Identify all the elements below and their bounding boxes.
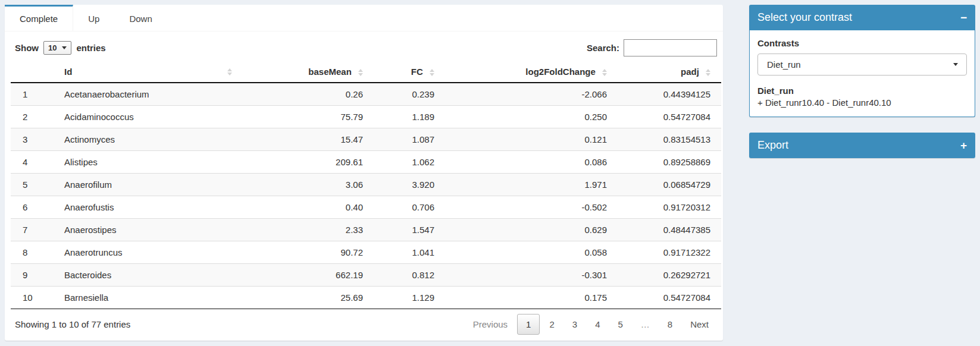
results-table: Id baseMean FC log2FoldChange padj (11, 61, 721, 309)
column-header-padj[interactable]: padj (618, 61, 721, 83)
table-row: 5Anaerofilum3.063.9201.9710.06854729 (11, 174, 721, 196)
contrast-formula: + Diet_runr10.40 - Diet_runr40.10 (757, 97, 967, 108)
log2fc-cell: 1.971 (445, 174, 618, 196)
results-tab-box: Complete Up Down Show 10 entries Search: (5, 5, 723, 341)
page-button-8[interactable]: 8 (659, 314, 681, 334)
fc-cell: 1.129 (374, 287, 445, 309)
pagination: Previous12345…8Next (464, 314, 717, 335)
column-header-id[interactable]: Id (54, 61, 237, 83)
log2fc-cell: -0.502 (445, 196, 618, 219)
basemean-cell: 15.47 (237, 128, 374, 151)
log2fc-cell: 0.250 (445, 106, 618, 128)
page-button-2[interactable]: 2 (541, 314, 562, 334)
table-row: 2Acidaminococcus75.791.1890.2500.5472708… (11, 106, 721, 128)
tab-down[interactable]: Down (114, 5, 167, 31)
table-row: 4Alistipes209.611.0620.0860.89258869 (11, 151, 721, 174)
id-cell: Bacteroides (54, 264, 237, 287)
padj-cell: 0.91720312 (618, 196, 721, 219)
id-cell: Anaerofustis (54, 196, 237, 219)
page-button-next[interactable]: Next (682, 314, 717, 334)
id-cell: Acetanaerobacterium (54, 83, 237, 106)
tab-bar: Complete Up Down (5, 5, 723, 32)
dropdown-caret-icon (62, 46, 67, 49)
contrast-panel: Select your contrast − Contrasts Diet_ru… (749, 5, 975, 117)
basemean-cell: 25.69 (237, 287, 374, 309)
id-cell: Anaerofilum (54, 174, 237, 196)
padj-cell: 0.89258869 (618, 151, 721, 174)
table-header-row: Id baseMean FC log2FoldChange padj (11, 61, 721, 83)
table-row: 8Anaerotruncus90.721.0410.0580.91712322 (11, 241, 721, 264)
page-button-4[interactable]: 4 (587, 314, 608, 334)
datatable-controls: Show 10 entries Search: (5, 32, 723, 60)
page-button-ellipsis: … (633, 314, 658, 334)
log2fc-cell: 0.175 (445, 287, 618, 309)
column-header-rownum (11, 61, 54, 83)
row-index-cell: 7 (11, 219, 54, 241)
entries-length-select[interactable]: 10 (43, 41, 71, 55)
fc-cell: 0.706 (374, 196, 445, 219)
contrasts-label: Contrasts (757, 38, 967, 48)
column-header-fc[interactable]: FC (374, 61, 445, 83)
entries-length-value: 10 (48, 43, 57, 52)
row-index-cell: 10 (11, 287, 54, 309)
id-cell: Barnesiella (54, 287, 237, 309)
row-index-cell: 6 (11, 196, 54, 219)
column-header-log2foldchange[interactable]: log2FoldChange (445, 61, 618, 83)
table-row: 6Anaerofustis0.400.706-0.5020.91720312 (11, 196, 721, 219)
page-button-1[interactable]: 1 (517, 314, 540, 335)
entries-length-control: Show 10 entries (15, 41, 106, 55)
padj-cell: 0.83154513 (618, 128, 721, 151)
basemean-cell: 2.33 (237, 219, 374, 241)
column-header-basemean[interactable]: baseMean (237, 61, 374, 83)
row-index-cell: 9 (11, 264, 54, 287)
collapse-minus-icon[interactable]: − (960, 12, 967, 23)
fc-cell: 3.920 (374, 174, 445, 196)
padj-cell: 0.54727084 (618, 287, 721, 309)
table-row: 1Acetanaerobacterium0.260.239-2.0660.443… (11, 83, 721, 106)
search-label: Search: (587, 43, 619, 53)
padj-cell: 0.26292721 (618, 264, 721, 287)
basemean-cell: 75.79 (237, 106, 374, 128)
basemean-cell: 0.26 (237, 83, 374, 106)
id-cell: Actinomyces (54, 128, 237, 151)
length-suffix-label: entries (76, 43, 105, 53)
basemean-cell: 3.06 (237, 174, 374, 196)
sort-icon (358, 69, 363, 76)
row-index-cell: 3 (11, 128, 54, 151)
page-button-previous: Previous (465, 314, 516, 334)
fc-cell: 1.062 (374, 151, 445, 174)
table-body: 1Acetanaerobacterium0.260.239-2.0660.443… (11, 83, 721, 309)
basemean-cell: 0.40 (237, 196, 374, 219)
fc-cell: 1.087 (374, 128, 445, 151)
tab-complete-label: Complete (20, 14, 58, 24)
length-prefix-label: Show (15, 43, 39, 53)
row-index-cell: 4 (11, 151, 54, 174)
expand-plus-icon[interactable]: + (960, 140, 967, 151)
search-input[interactable] (624, 39, 717, 56)
contrast-select-value: Diet_run (767, 59, 801, 70)
page-button-3[interactable]: 3 (564, 314, 586, 334)
sort-icon (602, 69, 607, 76)
fc-cell: 0.812 (374, 264, 445, 287)
padj-cell: 0.48447385 (618, 219, 721, 241)
basemean-cell: 662.19 (237, 264, 374, 287)
tab-up-label: Up (88, 14, 99, 24)
log2fc-cell: 0.121 (445, 128, 618, 151)
tab-up[interactable]: Up (73, 5, 114, 31)
tab-complete[interactable]: Complete (5, 5, 73, 31)
padj-cell: 0.54727084 (618, 106, 721, 128)
fc-cell: 1.189 (374, 106, 445, 128)
datatable-footer: Showing 1 to 10 of 77 entries Previous12… (5, 309, 723, 335)
sort-icon (706, 69, 710, 76)
row-index-cell: 5 (11, 174, 54, 196)
contrast-panel-header[interactable]: Select your contrast − (749, 5, 975, 30)
id-cell: Acidaminococcus (54, 106, 237, 128)
table-row: 3Actinomyces15.471.0870.1210.83154513 (11, 128, 721, 151)
export-panel-header[interactable]: Export + (749, 133, 975, 158)
sort-icon (430, 69, 434, 76)
page-button-5[interactable]: 5 (609, 314, 631, 334)
contrast-select[interactable]: Diet_run (757, 54, 967, 76)
padj-cell: 0.06854729 (618, 174, 721, 196)
fc-cell: 1.547 (374, 219, 445, 241)
log2fc-cell: -2.066 (445, 83, 618, 106)
